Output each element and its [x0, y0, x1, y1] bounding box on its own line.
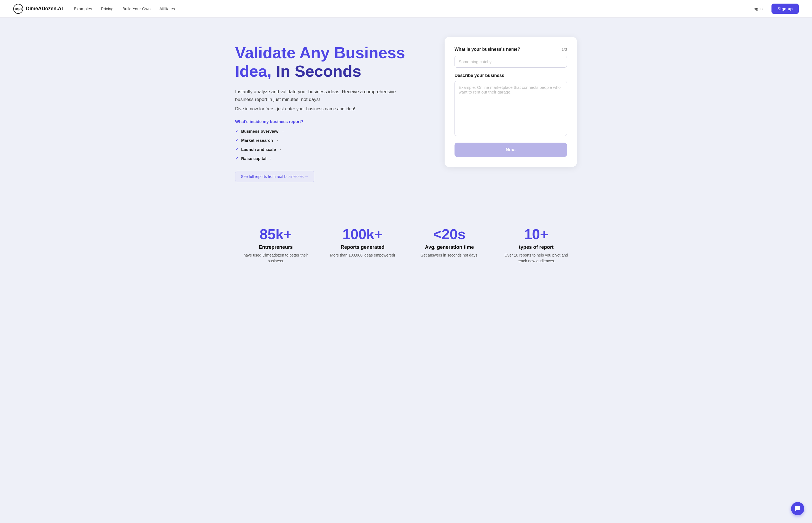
chevron-icon-3: ›	[280, 147, 281, 151]
checklist-item-raise-capital: ✓ Raise capital ›	[235, 156, 406, 161]
checklist-label-1: Business overview	[241, 129, 278, 133]
hero-title-line2: Idea,	[235, 62, 276, 80]
stat-title-1: Reports generated	[327, 245, 398, 250]
navbar: 10|01 DimeADozen.AI Examples Pricing Bui…	[0, 0, 812, 18]
nav-link-affiliates[interactable]: Affiliates	[159, 6, 175, 11]
stat-number-0: 85k+	[241, 227, 311, 242]
form-question-label: What is your business's name?	[454, 47, 521, 52]
chat-icon	[795, 506, 801, 512]
hero-title-line1: Validate Any Business	[235, 43, 405, 61]
nav-links: Examples Pricing Build Your Own Affiliat…	[74, 6, 175, 11]
checklist-item-launch-scale: ✓ Launch and scale ›	[235, 147, 406, 152]
hero-subtitle: Instantly analyze and validate your busi…	[235, 88, 406, 103]
hero-tagline: Dive in now for free - just enter your b…	[235, 107, 406, 111]
stat-desc-1: More than 100,000 ideas empowered!	[327, 252, 398, 258]
business-description-input[interactable]	[454, 81, 567, 136]
checklist-label-4: Raise capital	[241, 156, 266, 161]
chat-bubble-button[interactable]	[791, 502, 804, 515]
stat-title-0: Entrepreneurs	[241, 245, 311, 250]
stat-number-1: 100k+	[327, 227, 398, 242]
stat-number-2: <20s	[414, 227, 485, 242]
form-card: What is your business's name? 1/3 Descri…	[445, 37, 577, 167]
whats-inside-link[interactable]: What's inside my business report?	[235, 119, 406, 124]
stat-desc-3: Over 10 reports to help you pivot and re…	[501, 252, 571, 264]
chevron-icon-1: ›	[282, 129, 283, 133]
check-icon-1: ✓	[235, 129, 239, 133]
stat-card-2: <20s Avg. generation time Get answers in…	[409, 221, 490, 270]
stat-desc-0: have used Dimeadozen to better their bus…	[241, 252, 311, 264]
stat-card-0: 85k+ Entrepreneurs have used Dimeadozen …	[235, 221, 317, 270]
hero-section: Validate Any Business Idea, In Seconds I…	[213, 18, 599, 204]
login-button[interactable]: Log in	[748, 4, 766, 13]
form-step-indicator: 1/3	[562, 47, 567, 52]
stats-section: 85k+ Entrepreneurs have used Dimeadozen …	[0, 204, 812, 292]
navbar-left: 10|01 DimeADozen.AI Examples Pricing Bui…	[13, 4, 175, 14]
hero-right: What is your business's name? 1/3 Descri…	[445, 37, 577, 167]
navbar-right: Log in Sign up	[748, 4, 799, 14]
checklist-label-2: Market research	[241, 138, 273, 143]
check-icon-4: ✓	[235, 156, 239, 161]
nav-link-build-your-own[interactable]: Build Your Own	[122, 6, 151, 11]
chevron-icon-4: ›	[270, 157, 271, 161]
stat-card-1: 100k+ Reports generated More than 100,00…	[322, 221, 403, 270]
business-name-input[interactable]	[454, 56, 567, 68]
checklist: ✓ Business overview › ✓ Market research …	[235, 129, 406, 161]
stat-title-3: types of report	[501, 245, 571, 250]
check-icon-2: ✓	[235, 138, 239, 142]
hero-left: Validate Any Business Idea, In Seconds I…	[235, 37, 406, 182]
stat-title-2: Avg. generation time	[414, 245, 485, 250]
stats-grid: 85k+ Entrepreneurs have used Dimeadozen …	[213, 204, 599, 292]
checklist-label-3: Launch and scale	[241, 147, 276, 152]
stat-desc-2: Get answers in seconds not days.	[414, 252, 485, 258]
logo-link[interactable]: 10|01 DimeADozen.AI	[13, 4, 63, 14]
stat-card-3: 10+ types of report Over 10 reports to h…	[495, 221, 577, 270]
nav-link-examples[interactable]: Examples	[74, 6, 92, 11]
brand-name: DimeADozen.AI	[26, 6, 63, 12]
form-header: What is your business's name? 1/3	[454, 47, 567, 52]
reports-button[interactable]: See full reports from real businesses →	[235, 171, 314, 182]
checklist-item-market-research: ✓ Market research ›	[235, 138, 406, 143]
stat-number-3: 10+	[501, 227, 571, 242]
hero-title: Validate Any Business Idea, In Seconds	[235, 43, 406, 80]
chevron-icon-2: ›	[277, 138, 278, 142]
check-icon-3: ✓	[235, 147, 239, 151]
logo-icon: 10|01	[13, 4, 23, 14]
nav-link-pricing[interactable]: Pricing	[101, 6, 114, 11]
hero-title-bold: In Seconds	[276, 62, 361, 80]
signup-button[interactable]: Sign up	[772, 4, 799, 14]
form-describe-label: Describe your business	[454, 73, 567, 78]
next-button[interactable]: Next	[454, 143, 567, 157]
checklist-item-business-overview: ✓ Business overview ›	[235, 129, 406, 133]
